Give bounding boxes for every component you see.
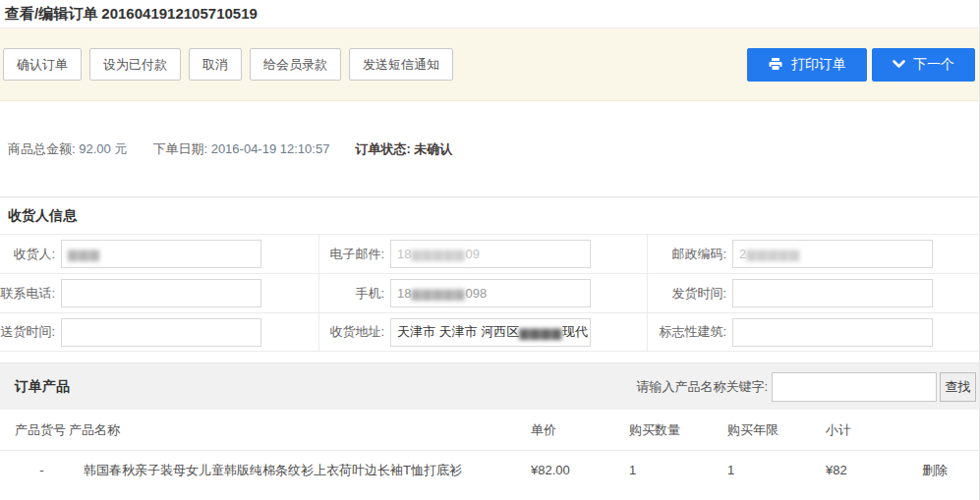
order-summary: 商品总金额: 92.00 元 下单日期: 2016-04-19 12:10:57…	[0, 101, 979, 196]
record-payment-button[interactable]: 给会员录款	[250, 48, 341, 81]
col-purchase-years: 购买年限	[727, 421, 826, 439]
order-date-value: 2016-04-19 12:10:57	[211, 141, 330, 156]
order-edit-page: 查看/编辑订单 2016041912105710519 确认订单 设为已付款 取…	[0, 0, 980, 500]
col-unit-price: 单价	[531, 421, 629, 439]
products-section-header: 订单产品 请输入产品名称关键字: 查找	[0, 362, 979, 410]
toolbar: 确认订单 设为已付款 取消 给会员录款 发送短信通知 打印订单 下一个	[0, 28, 979, 101]
email-label: 电子邮件:	[319, 246, 390, 263]
delete-link[interactable]: 删除	[922, 463, 948, 477]
unit-price: ¥82.00	[531, 463, 629, 477]
field-value: 现代	[562, 323, 588, 341]
total-amount-label: 商品总金额:	[8, 141, 76, 156]
mobile-field: 手机: 18▆▆▆▆▆098	[319, 273, 648, 312]
recipient-field: 收货人: ▆▆▆	[0, 234, 319, 273]
quantity: 1	[629, 463, 727, 477]
product-name: 韩国春秋亲子装母女儿童韩版纯棉条纹衫上衣荷叶边长袖T恤打底衫	[84, 462, 531, 479]
address-field: 收货地址: 天津市 天津市 河西区▆▆▆▆现代	[319, 312, 648, 352]
title-bar: 查看/编辑订单 2016041912105710519	[0, 0, 979, 28]
print-order-label: 打印订单	[791, 56, 846, 74]
set-paid-button[interactable]: 设为已付款	[89, 48, 181, 81]
field-value: 天津市 天津市 河西区	[397, 323, 519, 341]
masked-value: ▆▆▆	[68, 247, 100, 261]
page-title: 查看/编辑订单 2016041912105710519	[5, 5, 258, 24]
send-sms-button[interactable]: 发送短信通知	[349, 48, 453, 81]
mobile-label: 手机:	[319, 285, 390, 303]
next-label: 下一个	[913, 56, 954, 74]
confirm-order-button[interactable]: 确认订单	[3, 48, 82, 81]
landmark-label: 标志性建筑:	[648, 323, 732, 341]
field-value: 098	[465, 286, 487, 301]
col-product-sku: 产品货号	[0, 421, 69, 439]
printer-icon	[768, 57, 783, 72]
cancel-button[interactable]: 取消	[189, 48, 242, 81]
email-input[interactable]: 18▆▆▆▆▆09	[390, 240, 591, 268]
col-subtotal: 小计	[826, 421, 922, 439]
subtotal: ¥82	[826, 463, 922, 477]
recipient-form: 收货人: ▆▆▆ 电子邮件: 18▆▆▆▆▆09 邮政编码: 2▆▆▆▆▆ 联系…	[0, 234, 979, 352]
address-input[interactable]: 天津市 天津市 河西区▆▆▆▆现代	[390, 318, 591, 347]
contact-phone-field: 联系电话:	[0, 273, 319, 312]
postal-code-label: 邮政编码:	[648, 246, 732, 263]
products-table-header: 产品货号 产品名称 单价 购买数量 购买年限 小计	[0, 410, 979, 451]
purchase-years: 1	[727, 463, 826, 477]
search-button[interactable]: 查找	[940, 372, 976, 402]
product-sku: -	[0, 463, 84, 477]
col-product-name: 产品名称	[69, 421, 531, 439]
recipient-input[interactable]: ▆▆▆	[61, 240, 261, 268]
ship-time-input[interactable]	[732, 279, 933, 307]
postal-code-field: 邮政编码: 2▆▆▆▆▆	[648, 234, 980, 273]
landmark-field: 标志性建筑:	[648, 312, 980, 352]
field-value: 18	[397, 247, 411, 261]
landmark-input[interactable]	[732, 318, 933, 347]
products-title: 订单产品	[15, 378, 70, 396]
contact-phone-label: 联系电话:	[0, 285, 61, 303]
product-search-label: 请输入产品名称关键字:	[636, 378, 768, 396]
contact-phone-input[interactable]	[61, 279, 261, 307]
ship-time-label: 发货时间:	[648, 285, 732, 303]
masked-value: ▆▆▆▆▆	[411, 247, 465, 261]
recipient-info-title: 收货人信息	[0, 197, 979, 234]
postal-code-input[interactable]: 2▆▆▆▆▆	[732, 240, 933, 268]
print-order-button[interactable]: 打印订单	[747, 48, 867, 82]
masked-value: ▆▆▆▆▆	[746, 247, 800, 261]
product-search: 请输入产品名称关键字: 查找	[636, 372, 976, 402]
recipient-info-section: 收货人信息 收货人: ▆▆▆ 电子邮件: 18▆▆▆▆▆09 邮政编码: 2▆▆…	[0, 196, 979, 352]
field-value: 09	[465, 247, 479, 261]
delivery-time-field: 送货时间:	[0, 312, 319, 352]
total-amount-value: 92.00 元	[79, 141, 127, 156]
delivery-time-input[interactable]	[61, 318, 261, 347]
product-search-input[interactable]	[772, 372, 937, 402]
col-quantity: 购买数量	[629, 421, 727, 439]
field-value: 18	[397, 286, 411, 301]
chevron-down-icon	[893, 60, 905, 69]
delivery-time-label: 送货时间:	[0, 323, 61, 341]
order-date-label: 下单日期:	[152, 141, 207, 156]
masked-value: ▆▆▆▆▆	[411, 286, 465, 301]
order-status-label: 订单状态:	[355, 141, 410, 156]
order-status-value: 未确认	[414, 141, 452, 156]
masked-value: ▆▆▆▆	[519, 325, 562, 340]
mobile-input[interactable]: 18▆▆▆▆▆098	[390, 279, 591, 307]
next-button[interactable]: 下一个	[872, 48, 975, 82]
recipient-label: 收货人:	[0, 246, 61, 263]
ship-time-field: 发货时间:	[648, 273, 980, 312]
email-field: 电子邮件: 18▆▆▆▆▆09	[319, 234, 648, 273]
address-label: 收货地址:	[319, 323, 390, 341]
table-row: - 韩国春秋亲子装母女儿童韩版纯棉条纹衫上衣荷叶边长袖T恤打底衫 ¥82.00 …	[0, 451, 979, 489]
